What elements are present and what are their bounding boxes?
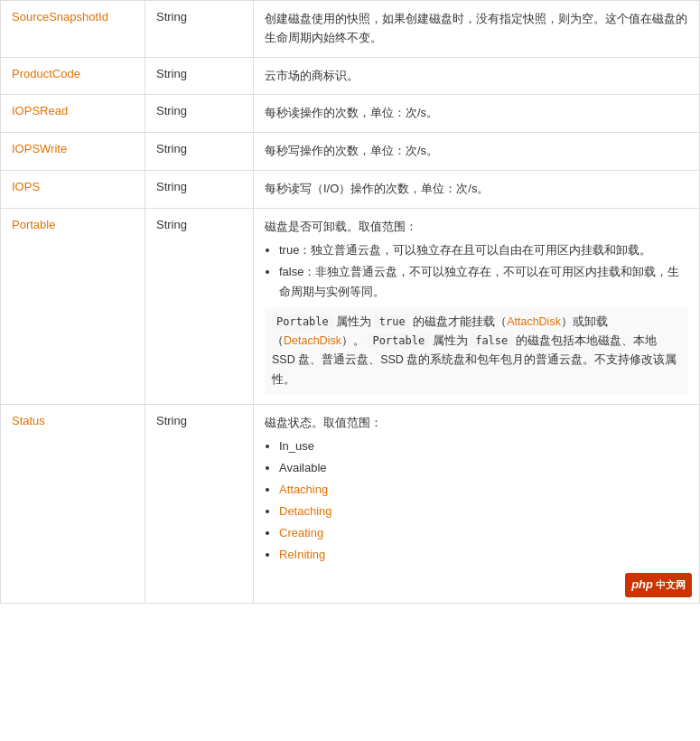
code-inline: Portable <box>272 314 333 329</box>
link-text[interactable]: Attaching <box>279 483 328 496</box>
field-description: 每秒写操作的次数，单位：次/s。 <box>254 133 700 171</box>
list-item: Creating <box>279 523 688 543</box>
field-name[interactable]: SourceSnapshotId <box>1 1 145 58</box>
list-item: Attaching <box>279 480 688 500</box>
plain-text: 属性为 <box>429 334 471 347</box>
note-block: Portable 属性为 true 的磁盘才能挂载（AttachDisk）或卸载… <box>265 307 688 395</box>
code-inline: false <box>471 333 512 348</box>
desc-text: 磁盘状态。取值范围： <box>265 416 382 429</box>
list-item: false：非独立普通云盘，不可以独立存在，不可以在可用区内挂载和卸载，生命周期… <box>279 262 688 302</box>
field-type: String <box>145 133 254 171</box>
link-text[interactable]: AttachDisk <box>507 315 561 328</box>
field-type: String <box>145 57 254 95</box>
field-description: 磁盘是否可卸载。取值范围：true：独立普通云盘，可以独立存在且可以自由在可用区… <box>254 208 700 404</box>
link-text[interactable]: DetachDisk <box>284 334 341 347</box>
field-description: 云市场的商标识。 <box>254 57 700 95</box>
plain-text: ）。 <box>341 334 368 347</box>
php-logo-badge: php 中文网 <box>625 573 692 597</box>
desc-text: 云市场的商标识。 <box>265 69 359 82</box>
list-item: In_use <box>279 436 688 456</box>
php-text: php <box>631 576 653 595</box>
link-text[interactable]: Detaching <box>279 504 332 518</box>
field-name[interactable]: Portable <box>1 208 145 404</box>
desc-text: 每秒读写（I/O）操作的次数，单位：次/s。 <box>265 182 489 195</box>
table-row: ProductCodeString云市场的商标识。 <box>1 57 700 95</box>
list-item: Available <box>279 458 688 478</box>
field-type: String <box>145 404 254 603</box>
field-description: 创建磁盘使用的快照，如果创建磁盘时，没有指定快照，则为空。这个值在磁盘的生命周期… <box>254 1 700 58</box>
list-item: Detaching <box>279 502 688 521</box>
desc-text: 每秒写操作的次数，单位：次/s。 <box>265 144 438 157</box>
link-text[interactable]: Creating <box>279 526 323 539</box>
code-inline: Portable <box>368 333 429 348</box>
desc-text: 每秒读操作的次数，单位：次/s。 <box>265 106 438 119</box>
table-row: SourceSnapshotIdString创建磁盘使用的快照，如果创建磁盘时，… <box>1 1 700 58</box>
field-type: String <box>145 95 254 133</box>
table-row: IOPSReadString每秒读操作的次数，单位：次/s。 <box>1 95 700 133</box>
field-type: String <box>145 1 254 58</box>
table-row: IOPSWriteString每秒写操作的次数，单位：次/s。 <box>1 133 700 171</box>
bullet-list: true：独立普通云盘，可以独立存在且可以自由在可用区内挂载和卸载。false：… <box>279 240 688 302</box>
desc-text: 创建磁盘使用的快照，如果创建磁盘时，没有指定快照，则为空。这个值在磁盘的生命周期… <box>265 12 687 44</box>
field-description: 每秒读写（I/O）操作的次数，单位：次/s。 <box>254 170 700 208</box>
table-row: StatusString磁盘状态。取值范围：In_useAvailableAtt… <box>1 404 700 603</box>
field-name[interactable]: Status <box>1 404 145 603</box>
field-description: 磁盘状态。取值范围：In_useAvailableAttachingDetach… <box>254 404 700 603</box>
cn-text: 中文网 <box>656 577 686 594</box>
field-name[interactable]: IOPS <box>1 170 145 208</box>
field-name[interactable]: ProductCode <box>1 57 145 95</box>
field-name[interactable]: IOPSRead <box>1 95 145 133</box>
list-item: ReIniting <box>279 545 688 565</box>
desc-text: 磁盘是否可卸载。取值范围： <box>265 220 417 233</box>
list-item: true：独立普通云盘，可以独立存在且可以自由在可用区内挂载和卸载。 <box>279 240 688 260</box>
table-row: PortableString磁盘是否可卸载。取值范围：true：独立普通云盘，可… <box>1 208 700 404</box>
php-logo: php 中文网 <box>625 573 692 597</box>
field-type: String <box>145 170 254 208</box>
table-row: IOPSString每秒读写（I/O）操作的次数，单位：次/s。 <box>1 170 700 208</box>
plain-text: 的磁盘才能挂载（ <box>410 315 507 328</box>
plain-text: 属性为 <box>333 315 375 328</box>
field-description: 每秒读操作的次数，单位：次/s。 <box>254 95 700 133</box>
field-name[interactable]: IOPSWrite <box>1 133 145 171</box>
code-inline: true <box>375 314 410 329</box>
field-type: String <box>145 208 254 404</box>
bullet-list: In_useAvailableAttachingDetachingCreatin… <box>279 436 688 566</box>
link-text[interactable]: ReIniting <box>279 548 325 561</box>
